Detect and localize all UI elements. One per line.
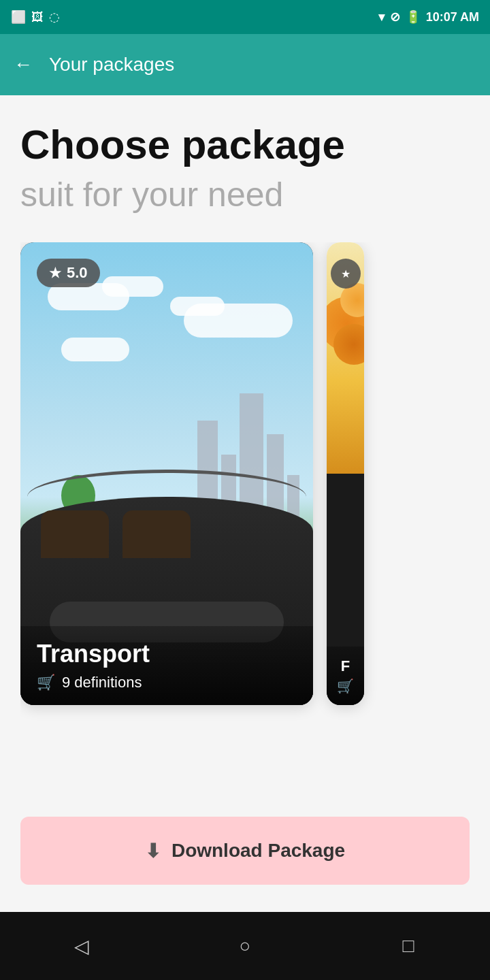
partial-card-cart: 🛒	[332, 678, 359, 694]
nav-recent-button[interactable]: □	[388, 926, 429, 966]
wifi-icon: ▾	[378, 10, 385, 24]
partial-star-icon: ★	[341, 267, 350, 280]
battery-icon: 🔋	[406, 10, 421, 24]
transport-card[interactable]: ★ 5.0 Transport 🛒 9 definitions	[20, 242, 313, 705]
hero-headline: Choose package	[20, 122, 470, 167]
download-icon: ⬇	[145, 840, 161, 862]
nav-back-button[interactable]: ◁	[61, 926, 102, 966]
cloud-2	[102, 276, 163, 297]
transport-rating-value: 5.0	[67, 264, 88, 282]
transport-rating-badge: ★ 5.0	[37, 259, 100, 287]
nav-home-button[interactable]: ○	[225, 926, 265, 966]
transport-card-subtitle: 🛒 9 definitions	[37, 674, 297, 691]
partial-card-footer: F 🛒	[327, 647, 364, 705]
status-icons-left: ⬜ 🖼 ◌	[11, 10, 60, 24]
main-content: Choose package suit for your need	[0, 95, 490, 912]
download-section: ⬇ Download Package	[20, 803, 470, 892]
partial-card[interactable]: ★ F 🛒	[327, 242, 364, 705]
nav-home-icon: ○	[240, 935, 251, 957]
star-icon: ★	[49, 265, 61, 281]
transport-card-footer: Transport 🛒 9 definitions	[20, 626, 313, 705]
partial-rating-badge: ★	[331, 259, 361, 289]
app-bar: ← Your packages	[0, 34, 490, 95]
photo-icon: 🖼	[31, 10, 44, 24]
transport-definitions: 9 definitions	[62, 674, 142, 691]
hero-subheadline: suit for your need	[20, 174, 470, 215]
download-label: Download Package	[172, 840, 345, 862]
status-bar: ⬜ 🖼 ◌ ▾ ⊘ 🔋 10:07 AM	[0, 0, 490, 34]
signal-off-icon: ⊘	[390, 10, 400, 24]
back-button[interactable]: ←	[14, 54, 33, 76]
windshield	[27, 470, 306, 524]
cloud-5	[61, 338, 129, 361]
cart-icon: 🛒	[37, 674, 55, 691]
cards-row: ★ 5.0 Transport 🛒 9 definitions	[20, 242, 470, 803]
nav-recent-icon: □	[403, 935, 414, 957]
app-bar-title: Your packages	[49, 54, 174, 76]
time-display: 10:07 AM	[426, 10, 479, 24]
download-button[interactable]: ⬇ Download Package	[20, 817, 470, 885]
status-icons-right: ▾ ⊘ 🔋 10:07 AM	[378, 10, 479, 24]
nav-back-icon: ◁	[74, 935, 89, 958]
partial-card-image: ★ F 🛒	[327, 242, 364, 705]
cloud-4	[170, 297, 225, 316]
hero-section: Choose package suit for your need	[20, 122, 470, 242]
bottom-navigation: ◁ ○ □	[0, 912, 490, 980]
flower-2	[333, 324, 364, 365]
sim-icon: ⬜	[11, 10, 26, 24]
transport-card-image: ★ 5.0 Transport 🛒 9 definitions	[20, 242, 313, 705]
sync-icon: ◌	[49, 10, 60, 24]
partial-card-title: F	[332, 657, 359, 675]
transport-card-title: Transport	[37, 640, 297, 668]
